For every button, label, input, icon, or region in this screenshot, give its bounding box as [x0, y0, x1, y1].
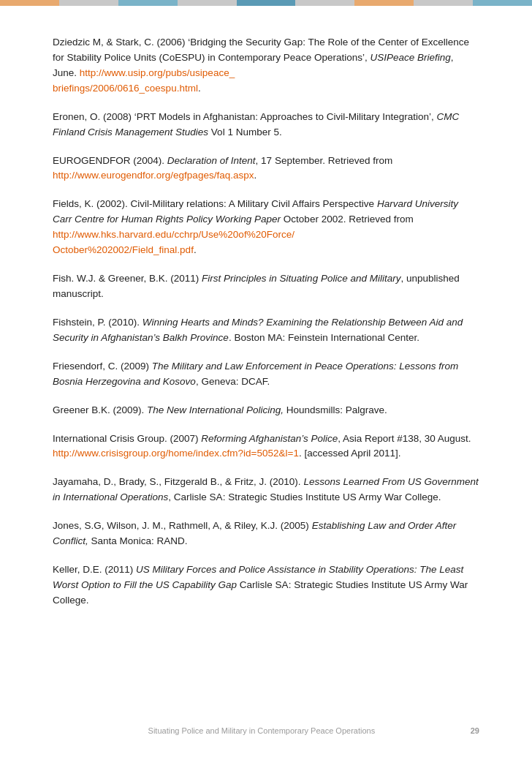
top-bar-segment-9	[473, 0, 532, 6]
footer-title: Situating Police and Military in Contemp…	[53, 726, 471, 735]
ref-icg-link[interactable]: http://www.crisisgroup.org/home/index.cf…	[53, 448, 299, 459]
ref-jones-text: Jones, S.G, Wilson, J. M., Rathmell, A, …	[53, 520, 456, 546]
top-bar-segment-1	[0, 0, 59, 6]
top-bar-segment-3	[118, 0, 178, 6]
ref-eurogendfor-text: EUROGENDFOR (2004). Declaration of Inten…	[53, 155, 392, 166]
reference-greener: Greener B.K. (2009). The New Internation…	[53, 403, 479, 418]
reference-jayamaha: Jayamaha, D., Brady, S., Fitzgerald B., …	[53, 475, 479, 505]
ref-jayamaha-text: Jayamaha, D., Brady, S., Fitzgerald B., …	[53, 476, 479, 502]
ref-eronen-text: Eronen, O. (2008) ‘PRT Models in Afghani…	[53, 111, 459, 138]
reference-keller: Keller, D.E. (2011) US Military Forces a…	[53, 562, 479, 609]
ref-friesendorf-text: Friesendorf, C. (2009) The Military and …	[53, 361, 458, 387]
footer-page-number: 29	[471, 726, 479, 735]
top-bar-segment-6	[295, 0, 354, 6]
top-bar-segment-8	[414, 0, 473, 6]
ref-keller-text: Keller, D.E. (2011) US Military Forces a…	[53, 564, 468, 606]
ref-fields-end: .	[194, 244, 197, 255]
ref-icg-end: . [accessed April 2011].	[299, 448, 401, 459]
reference-eurogendfor: EUROGENDFOR (2004). Declaration of Inten…	[53, 154, 479, 184]
ref-fish-text: Fish. W.J. & Greener, B.K. (2011) First …	[53, 273, 460, 299]
top-bar-segment-4	[178, 0, 237, 6]
reference-friesendorf: Friesendorf, C. (2009) The Military and …	[53, 359, 479, 390]
top-bar-segment-7	[354, 0, 414, 6]
ref-eurogendfor-end: .	[254, 170, 256, 181]
reference-dziedzic: Dziedzic M, & Stark, C. (2006) ‘Bridging…	[53, 35, 479, 97]
content-area: Dziedzic M, & Stark, C. (2006) ‘Bridging…	[0, 6, 532, 666]
ref-eurogendfor-link[interactable]: http://www.eurogendfor.org/egfpages/faq.…	[53, 170, 254, 181]
top-bar-segment-2	[59, 0, 118, 6]
ref-fields-text: Fields, K. (2002). Civil-Military relati…	[53, 198, 458, 225]
ref-dziedzic-link[interactable]: http://www.usip.org/pubs/usipeace_briefi…	[53, 67, 235, 94]
ref-greener-text: Greener B.K. (2009). The New Internation…	[53, 404, 387, 415]
reference-fishstein: Fishstein, P. (2010). Winning Hearts and…	[53, 315, 479, 346]
reference-jones: Jones, S.G, Wilson, J. M., Rathmell, A, …	[53, 519, 479, 549]
top-bar	[0, 0, 532, 6]
ref-fishstein-text: Fishstein, P. (2010). Winning Hearts and…	[53, 317, 463, 343]
reference-fields: Fields, K. (2002). Civil-Military relati…	[53, 197, 479, 258]
reference-icg: International Crisis Group. (2007) Refor…	[53, 432, 479, 462]
top-bar-segment-5	[237, 0, 296, 6]
footer: Situating Police and Military in Contemp…	[0, 726, 532, 735]
ref-icg-text: International Crisis Group. (2007) Refor…	[53, 433, 471, 444]
ref-dziedzic-end: .	[198, 83, 201, 94]
ref-fields-link[interactable]: http://www.hks.harvard.edu/cchrp/Use%20o…	[53, 229, 294, 255]
reference-eronen: Eronen, O. (2008) ‘PRT Models in Afghani…	[53, 110, 479, 140]
reference-fish: Fish. W.J. & Greener, B.K. (2011) First …	[53, 271, 479, 302]
